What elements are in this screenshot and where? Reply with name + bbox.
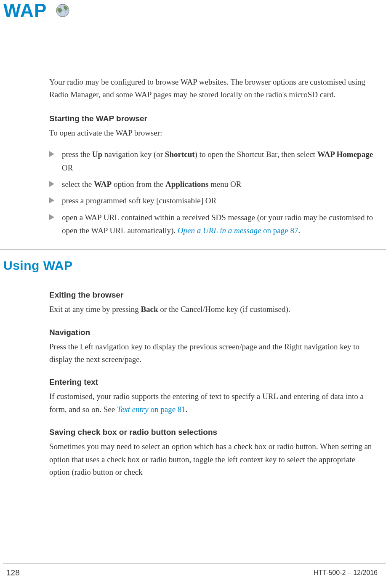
- page-title: WAP: [0, 0, 386, 21]
- exiting-section: Exiting the browser Exit at any time by …: [49, 290, 373, 316]
- section-heading: Using WAP: [0, 258, 373, 273]
- list-item: select the WAP option from the Applicati…: [49, 178, 373, 191]
- list-text: select the: [62, 180, 94, 189]
- list-bold: WAP: [94, 180, 112, 189]
- list-item: press a programmed soft key [customisabl…: [49, 194, 373, 207]
- globe-icon: [55, 3, 70, 18]
- cross-reference-link[interactable]: Open a URL in a message: [178, 226, 261, 235]
- navigation-heading: Navigation: [49, 328, 373, 337]
- entering-text: If customised, your radio supports the e…: [49, 390, 373, 416]
- exiting-heading: Exiting the browser: [49, 290, 373, 300]
- footer-content: 128 HTT-500-2 – 12/2016: [6, 568, 378, 577]
- list-bold: Up: [92, 150, 102, 159]
- saving-heading: Saving check box or radio button selecti…: [49, 428, 373, 437]
- intro-paragraph: Your radio may be configured to browse W…: [49, 76, 373, 101]
- list-item: press the Up navigation key (or Shortcut…: [49, 148, 373, 174]
- list-text: menu OR: [208, 180, 241, 189]
- list-bold: Shortcut: [165, 150, 195, 159]
- list-text: press a programmed soft key [customisabl…: [62, 196, 216, 205]
- list-text: OR: [62, 163, 73, 172]
- entering-heading: Entering text: [49, 378, 373, 387]
- list-text: .: [298, 226, 300, 235]
- page-number: 128: [6, 568, 20, 577]
- page-footer: 128 HTT-500-2 – 12/2016: [0, 564, 386, 577]
- list-item: open a WAP URL contained within a receiv…: [49, 211, 373, 237]
- list-bold: Applications: [165, 180, 208, 189]
- list-text: ) to open the Shortcut Bar, then select: [195, 150, 317, 159]
- list-text: option from the: [112, 180, 165, 189]
- starting-heading: Starting the WAP browser: [49, 114, 373, 123]
- cross-reference-link[interactable]: Text entry: [117, 405, 149, 414]
- saving-text: Sometimes you may need to select an opti…: [49, 440, 373, 479]
- text: Exit at any time by pressing: [49, 305, 141, 314]
- text: .: [186, 405, 188, 414]
- list-text: press the: [62, 150, 92, 159]
- page-title-text: WAP: [3, 0, 47, 21]
- footer-rule: [3, 564, 386, 564]
- list-text: navigation key (or: [102, 150, 165, 159]
- list-bold: WAP Homepage: [317, 150, 373, 159]
- saving-section: Saving check box or radio button selecti…: [49, 428, 373, 479]
- starting-intro: To open activate the WAP browser:: [49, 127, 373, 139]
- link-page-ref: on page 81: [149, 405, 186, 414]
- navigation-text: Press the Left navigation key to display…: [49, 341, 373, 366]
- link-page-ref: on page 87: [261, 226, 298, 235]
- exiting-text: Exit at any time by pressing Back or the…: [49, 303, 373, 316]
- content-area: Your radio may be configured to browse W…: [0, 21, 386, 479]
- document-id: HTT-500-2 – 12/2016: [314, 569, 378, 577]
- navigation-section: Navigation Press the Left navigation key…: [49, 328, 373, 366]
- bullet-list: press the Up navigation key (or Shortcut…: [49, 148, 373, 237]
- text: or the Cancel/Home key (if customised).: [158, 305, 290, 314]
- section-divider: [0, 250, 386, 250]
- starting-section: Starting the WAP browser To open activat…: [49, 114, 373, 237]
- text: If customised, your radio supports the e…: [49, 392, 364, 413]
- entering-section: Entering text If customised, your radio …: [49, 378, 373, 416]
- text-bold: Back: [141, 305, 158, 314]
